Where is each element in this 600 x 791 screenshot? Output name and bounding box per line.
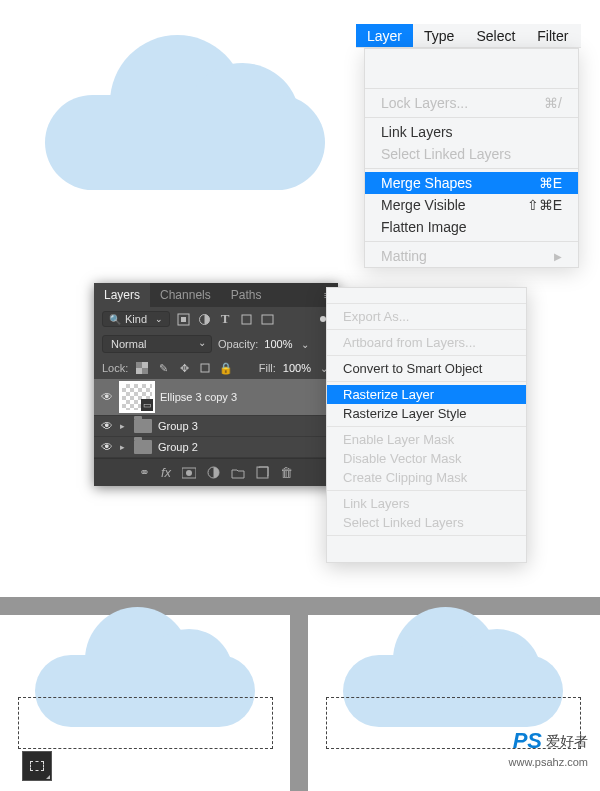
ctx-link-layers[interactable]: Link Layers [327,494,526,513]
adjustment-icon[interactable] [207,466,220,479]
filter-shape-icon[interactable] [239,312,253,326]
ctx-disable-vector-mask[interactable]: Disable Vector Mask [327,449,526,468]
svg-rect-3 [242,315,251,324]
lock-pixels-icon[interactable]: ✎ [156,361,170,375]
ctx-create-clipping-mask[interactable]: Create Clipping Mask [327,468,526,487]
lock-label: Lock: [102,362,128,374]
lock-all-icon[interactable]: 🔒 [219,361,233,375]
ctx-item [327,539,526,558]
new-layer-icon[interactable] [256,466,269,479]
filter-row: 🔍Kind⌄ T [94,307,338,331]
menu-merge-visible[interactable]: Merge Visible⇧⌘E [365,194,578,216]
ctx-enable-layer-mask[interactable]: Enable Layer Mask [327,430,526,449]
panel-tabs: Layers Channels Paths ≡ [94,283,338,307]
kind-filter[interactable]: 🔍Kind⌄ [102,311,170,327]
ctx-item: Export As... [327,307,526,326]
lock-transparency-icon[interactable] [135,361,149,375]
lock-position-icon[interactable]: ✥ [177,361,191,375]
menu-divider [327,329,526,330]
filter-pixel-icon[interactable] [176,312,190,326]
layer-dropdown-menu: Lock Layers...⌘/ Link Layers Select Link… [364,48,579,268]
tab-channels[interactable]: Channels [150,283,221,307]
menu-divider [365,117,578,118]
menu-type[interactable]: Type [413,24,465,47]
layers-list: 👁 ▭ Ellipse 3 copy 3 👁 ▸ Group 3 👁 ▸ Gro… [94,379,338,458]
lock-artboard-icon[interactable] [198,361,212,375]
menu-divider [365,168,578,169]
link-icon[interactable]: ⚭ [139,465,150,480]
trash-icon[interactable]: 🗑 [280,465,293,480]
ctx-item [327,296,526,300]
tab-layers[interactable]: Layers [94,283,150,307]
panel-footer: ⚭ fx 🗑 [94,458,338,486]
svg-rect-6 [142,362,148,368]
svg-rect-12 [257,467,268,478]
menu-lock-layers[interactable]: Lock Layers...⌘/ [365,92,578,114]
menu-matting[interactable]: Matting▶ [365,245,578,267]
menu-divider [327,535,526,536]
fill-value[interactable]: 100% [283,362,311,374]
disclosure-triangle[interactable]: ▸ [120,442,128,452]
selection-marquee [18,697,273,749]
menu-select-linked[interactable]: Select Linked Layers [365,143,578,165]
tab-paths[interactable]: Paths [221,283,272,307]
visibility-icon[interactable]: 👁 [100,390,114,404]
menu-divider [327,490,526,491]
opacity-label: Opacity: [218,338,258,350]
filter-smart-icon[interactable] [260,312,274,326]
disclosure-triangle[interactable]: ▸ [120,421,128,431]
fill-label: Fill: [259,362,276,374]
ctx-convert-smart-object[interactable]: Convert to Smart Object [327,359,526,378]
visibility-icon[interactable]: 👁 [100,419,114,433]
svg-rect-1 [181,317,186,322]
comparison-left-canvas [0,615,290,791]
panel-divider-mid [290,615,308,791]
layer-name[interactable]: Ellipse 3 copy 3 [160,391,237,403]
rectangular-marquee-tool-icon[interactable] [22,751,52,781]
group-icon[interactable] [231,467,245,479]
watermark: PS爱好者 www.psahz.com [509,728,588,769]
ctx-rasterize-layer[interactable]: Rasterize Layer [327,385,526,404]
menu-merge-shapes[interactable]: Merge Shapes⌘E [365,172,578,194]
layer-name[interactable]: Group 3 [158,420,198,432]
watermark-url: www.psahz.com [509,756,588,768]
menu-flatten-image[interactable]: Flatten Image [365,216,578,238]
layer-item[interactable]: 👁 ▸ Group 2 [94,437,338,458]
menu-layer[interactable]: Layer [356,24,413,47]
menubar: Layer Type Select Filter [356,24,581,48]
menu-select[interactable]: Select [465,24,526,47]
opacity-value[interactable]: 100% [264,338,292,350]
layer-thumbnail[interactable]: ▭ [120,382,154,412]
blend-row: Normal Opacity: 100% ⌄ [94,331,338,357]
ctx-artboard[interactable]: Artboard from Layers... [327,333,526,352]
svg-point-10 [186,470,192,476]
menu-link-layers[interactable]: Link Layers [365,121,578,143]
ctx-select-linked[interactable]: Select Linked Layers [327,513,526,532]
blend-mode-select[interactable]: Normal [102,335,212,353]
filter-type-icon[interactable]: T [218,312,232,326]
ctx-rasterize-layer-style[interactable]: Rasterize Layer Style [327,404,526,423]
visibility-icon[interactable]: 👁 [100,440,114,454]
folder-icon [134,440,152,454]
menu-divider [327,355,526,356]
menu-divider [327,381,526,382]
fx-icon[interactable]: fx [161,465,171,480]
menu-divider [365,241,578,242]
cloud-artwork-large [40,35,330,190]
menu-divider [327,426,526,427]
layer-context-menu: Export As... Artboard from Layers... Con… [326,287,527,563]
opacity-dropdown-icon[interactable]: ⌄ [299,339,311,350]
menu-spacer [365,67,578,85]
layer-name[interactable]: Group 2 [158,441,198,453]
mask-icon[interactable] [182,467,196,479]
lock-row: Lock: ✎ ✥ 🔒 Fill: 100% ⌄ [94,357,338,379]
folder-icon [134,419,152,433]
menu-filter[interactable]: Filter [526,24,579,47]
menu-divider [365,88,578,89]
menu-spacer [365,49,578,67]
layer-item[interactable]: 👁 ▸ Group 3 [94,416,338,437]
filter-adjustment-icon[interactable] [197,312,211,326]
watermark-text: 爱好者 [546,733,588,749]
layer-item[interactable]: 👁 ▭ Ellipse 3 copy 3 [94,379,338,416]
watermark-logo: PS [513,728,542,754]
